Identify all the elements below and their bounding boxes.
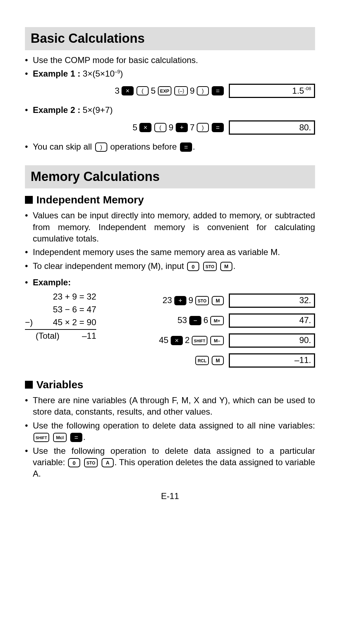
result-exp: -08	[304, 85, 311, 92]
example-1-label: Example 1 :	[33, 69, 80, 78]
rcl-key-icon	[195, 356, 209, 365]
mem-p3: • To clear independent memory (M), input…	[25, 260, 315, 272]
mem-p1: • Values can be input directly into memo…	[25, 210, 315, 244]
var-p1: • There are nine variables (A through F,…	[25, 395, 315, 418]
mem-key-row-4: –11.	[98, 350, 315, 370]
digit-6: 6	[204, 315, 208, 326]
p3-pre: To clear independent memory (M), input	[33, 261, 186, 271]
m-key-icon	[212, 296, 224, 305]
multiply-key-icon	[139, 123, 151, 132]
example-1-sup: –9	[115, 69, 120, 74]
square-bullet-icon	[25, 381, 33, 389]
m-key-icon	[212, 356, 224, 365]
zero-key-icon	[68, 458, 80, 467]
text: Example:	[33, 277, 315, 288]
digit-9: 9	[190, 85, 195, 97]
result-value: 1.5	[292, 85, 304, 97]
var-p3: • Use the following operation to delete …	[25, 445, 315, 480]
mem-key-row-1: 23 9 32.	[98, 291, 315, 311]
subhead-text: Variables	[36, 378, 83, 392]
mcl-key-icon	[53, 433, 67, 442]
digit-7: 7	[190, 122, 195, 133]
section-title-basic: Basic Calculations	[25, 27, 315, 50]
shift-key-icon	[34, 433, 49, 442]
mem-key-row-2: 53 6 47.	[98, 311, 315, 331]
right-paren-key-icon	[197, 86, 209, 95]
m-plus-key-icon	[210, 316, 224, 325]
a-key-icon	[102, 458, 114, 467]
var-p2: • Use the following operation to delete …	[25, 420, 315, 443]
digit-5: 5	[133, 122, 137, 133]
example-2-label: Example 2 :	[33, 105, 80, 115]
example-2-expr: 5×(9+7)	[80, 105, 113, 115]
display-result-mem-2: 47.	[229, 313, 315, 328]
num-45: 45	[159, 334, 169, 346]
math-row-2: 53 − 6 = 47	[25, 303, 96, 316]
note-post: .	[193, 142, 195, 151]
digit-2: 2	[185, 334, 190, 346]
display-result-mem-4: –11.	[229, 353, 315, 368]
memory-math-column: 23 + 9 = 32 53 − 6 = 47 −) 45 × 2 = 90 (…	[25, 291, 98, 343]
left-paren-key-icon	[136, 86, 149, 95]
section-title-memory: Memory Calculations	[25, 165, 315, 188]
square-bullet-icon	[25, 196, 33, 204]
subhead-variables: Variables	[25, 378, 315, 392]
memory-keys-column: 23 9 32. 53 6 47. 45 2 90. –11.	[98, 291, 315, 370]
example-1-line: • Example 1 : 3×(5×10–9)	[25, 68, 315, 79]
subhead-independent-memory: Independent Memory	[25, 193, 315, 207]
text: Use the COMP mode for basic calculations…	[33, 54, 315, 66]
note-pre: You can skip all	[33, 142, 94, 151]
shift-key-icon	[192, 336, 207, 345]
m-key-icon	[220, 262, 232, 271]
equals-key-icon	[212, 123, 224, 132]
v2-post: .	[83, 432, 86, 442]
mem-example-label: • Example:	[25, 277, 315, 288]
num-53: 53	[177, 315, 187, 326]
m-minus-key-icon	[210, 336, 224, 345]
zero-key-icon	[187, 262, 199, 271]
num-23: 23	[163, 295, 172, 306]
page-number: E-11	[25, 490, 315, 502]
equals-key-icon	[180, 142, 192, 152]
minus-key-icon	[189, 316, 201, 325]
right-paren-key-icon	[197, 123, 209, 132]
multiply-key-icon	[171, 336, 183, 345]
digit-5: 5	[151, 85, 155, 97]
skip-note: • You can skip all operations before .	[25, 141, 315, 152]
example-1-keys: 3 5 9 1.5-08	[25, 84, 315, 98]
multiply-key-icon	[122, 86, 134, 95]
math-row-1: 23 + 9 = 32	[25, 291, 96, 303]
equals-key-icon	[212, 86, 224, 95]
left-paren-key-icon	[154, 123, 166, 132]
example-1-expr-post: )	[120, 69, 123, 78]
neg-key-icon	[174, 86, 188, 95]
subhead-text: Independent Memory	[36, 193, 144, 207]
display-result-1: 1.5-08	[229, 84, 315, 98]
sto-key-icon	[84, 458, 98, 467]
text: Independent memory uses the same memory …	[33, 246, 315, 258]
digit-9: 9	[189, 295, 193, 306]
example-1-expr-pre: 3×(5×10	[80, 69, 114, 78]
digit-9: 9	[169, 122, 173, 133]
example-2-line: • Example 2 : 5×(9+7)	[25, 104, 315, 116]
exp-key-icon	[158, 86, 171, 95]
plus-key-icon	[174, 296, 186, 305]
sto-key-icon	[195, 296, 209, 305]
math-row-3: −) 45 × 2 = 90	[25, 316, 96, 330]
display-result-mem-3: 90.	[229, 333, 315, 348]
digit-3: 3	[115, 85, 119, 97]
text: There are nine variables (A through F, M…	[33, 395, 315, 418]
note-mid: operations before	[108, 142, 179, 151]
v2-pre: Use the following operation to delete da…	[33, 421, 315, 430]
result-value: 80.	[299, 122, 311, 133]
example-2-keys: 5 9 7 80.	[25, 120, 315, 135]
equals-key-icon	[70, 433, 82, 442]
p3-post: .	[233, 261, 236, 271]
right-paren-key-icon	[95, 142, 107, 152]
display-result-2: 80.	[229, 120, 315, 135]
plus-key-icon	[176, 123, 188, 132]
display-result-mem-1: 32.	[229, 294, 315, 308]
text: Values can be input directly into memory…	[33, 210, 315, 244]
memory-example-block: 23 + 9 = 32 53 − 6 = 47 −) 45 × 2 = 90 (…	[25, 291, 315, 370]
mem-key-row-3: 45 2 90.	[98, 331, 315, 350]
